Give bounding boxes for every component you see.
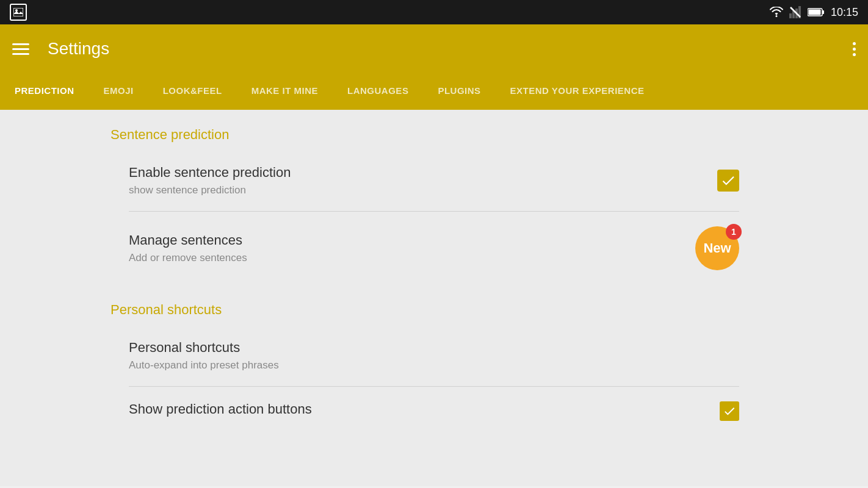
sentence-prediction-header: Sentence prediction	[110, 110, 758, 150]
manage-sentences-subtitle: Add or remove sentences	[129, 252, 695, 264]
image-icon	[10, 4, 27, 21]
tab-bar: PREDICTION EMOJI LOOK&FEEL MAKE IT MINE …	[0, 73, 868, 110]
manage-sentences-text: Manage sentences Add or remove sentences	[129, 232, 695, 264]
tab-languages[interactable]: LANGUAGES	[333, 73, 423, 108]
content-inner: Sentence prediction Enable sentence pred…	[37, 110, 831, 436]
show-prediction-action-buttons-text: Show prediction action buttons	[129, 401, 720, 421]
manage-sentences-item[interactable]: Manage sentences Add or remove sentences…	[110, 212, 758, 285]
personal-shortcuts-item[interactable]: Personal shortcuts Auto-expand into pres…	[110, 325, 758, 386]
tab-lookfeel[interactable]: LOOK&FEEL	[148, 73, 237, 108]
enable-sentence-prediction-title: Enable sentence prediction	[129, 165, 717, 181]
svg-rect-0	[13, 8, 23, 16]
more-options-button[interactable]	[853, 42, 856, 56]
tab-makeitmine[interactable]: MAKE IT MINE	[237, 73, 333, 108]
wifi-icon	[770, 7, 783, 18]
enable-sentence-prediction-item[interactable]: Enable sentence prediction show sentence…	[110, 150, 758, 211]
manage-sentences-title: Manage sentences	[129, 232, 695, 248]
app-title: Settings	[48, 39, 853, 59]
show-prediction-action-buttons-checkbox[interactable]	[720, 401, 739, 421]
personal-shortcuts-text: Personal shortcuts Auto-expand into pres…	[129, 340, 739, 371]
battery-icon	[808, 7, 825, 17]
show-prediction-action-buttons-title: Show prediction action buttons	[129, 401, 720, 417]
badge-count: 1	[726, 224, 742, 240]
svg-rect-9	[822, 10, 824, 14]
tab-prediction[interactable]: PREDICTION	[0, 73, 89, 108]
app-bar: Settings	[0, 24, 868, 73]
status-bar-right: 10:15	[770, 6, 858, 19]
personal-shortcuts-subtitle: Auto-expand into preset phrases	[129, 359, 739, 371]
personal-shortcuts-title: Personal shortcuts	[129, 340, 739, 356]
new-badge-wrapper: New 1	[695, 226, 739, 270]
signal-icon	[789, 6, 801, 18]
content-area: Sentence prediction Enable sentence pred…	[0, 110, 868, 486]
tab-extend[interactable]: EXTEND YOUR EXPERIENCE	[496, 73, 659, 108]
personal-shortcuts-header: Personal shortcuts	[110, 285, 758, 325]
svg-point-2	[775, 15, 777, 17]
tab-plugins[interactable]: PLUGINS	[423, 73, 495, 108]
tab-emoji[interactable]: EMOJI	[89, 73, 148, 108]
hamburger-button[interactable]	[12, 43, 29, 55]
svg-rect-10	[808, 10, 820, 15]
svg-rect-3	[789, 13, 792, 18]
status-bar-left	[10, 4, 27, 21]
enable-sentence-prediction-subtitle: show sentence prediction	[129, 184, 717, 196]
status-bar: 10:15	[0, 0, 868, 24]
enable-sentence-prediction-text: Enable sentence prediction show sentence…	[129, 165, 717, 196]
show-prediction-action-buttons-item[interactable]: Show prediction action buttons	[110, 387, 758, 436]
enable-sentence-prediction-checkbox[interactable]	[717, 170, 739, 192]
status-time: 10:15	[831, 6, 858, 19]
